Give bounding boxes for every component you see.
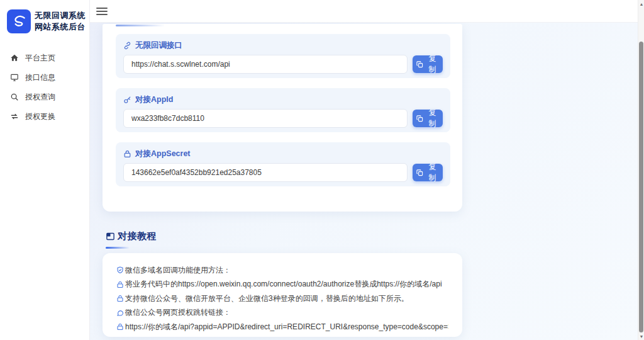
- sidebar-nav: 平台主页 接口信息 授权查询 授权更换: [0, 48, 89, 126]
- copy-icon: [416, 115, 423, 122]
- tutorial-line-text: 支持微信公众号、微信开放平台、企业微信3种登录的回调，替换后的地址如下所示。: [125, 293, 409, 304]
- tutorial-line: 微信公众号网页授权跳转链接：: [116, 306, 448, 320]
- sidebar-item-label: 平台主页: [25, 53, 55, 64]
- tutorial-line-text: 微信多域名回调功能使用方法：: [125, 265, 231, 276]
- field-label-row: 对接AppId: [123, 94, 443, 105]
- api-credentials-card: 无限回调接口 复制 对接AppId: [103, 24, 462, 212]
- copy-button-label: 复制: [426, 162, 439, 183]
- swap-icon: [10, 112, 19, 121]
- hamburger-icon[interactable]: [96, 8, 108, 15]
- field-callback-api: 无限回调接口 复制: [116, 34, 450, 78]
- lock-icon: [123, 150, 131, 158]
- tutorial-card: 微信多域名回调功能使用方法： 将业务代码中的https://open.weixi…: [103, 253, 462, 337]
- copy-icon: [416, 169, 423, 176]
- tutorial-title-underline: [106, 247, 130, 249]
- tutorial-line: 将业务代码中的https://open.weixin.qq.com/connec…: [116, 278, 448, 292]
- sidebar-item-auth-swap[interactable]: 授权更换: [0, 107, 89, 126]
- field-appsecret: 对接AppSecret 复制: [116, 142, 450, 186]
- copy-callback-api-button[interactable]: 复制: [413, 55, 443, 73]
- field-label: 对接AppId: [135, 94, 173, 105]
- sidebar-item-auth-query[interactable]: 授权查询: [0, 88, 89, 106]
- book-icon: [106, 232, 115, 241]
- sidebar-item-api-info[interactable]: 接口信息: [0, 68, 89, 87]
- tutorial-line: 支持微信公众号、微信开放平台、企业微信3种登录的回调，替换后的地址如下所示。: [116, 292, 448, 306]
- shield-check-icon: [116, 266, 124, 274]
- tutorial-title: 对接教程: [118, 230, 157, 242]
- app-title-line1: 无限回调系统: [35, 10, 86, 21]
- appsecret-input[interactable]: [123, 163, 408, 182]
- vertical-scrollbar[interactable]: ▲ ▼: [638, 0, 644, 340]
- app-window: 无限回调系统 网站系统后台 平台主页 接口信息 授权查询: [0, 0, 644, 340]
- copy-icon: [416, 61, 423, 68]
- field-appid: 对接AppId 复制: [116, 88, 450, 132]
- monitor-icon: [10, 73, 19, 82]
- scrollbar-up-arrow-icon[interactable]: ▲: [638, 0, 644, 8]
- main-content: 无限回调接口 复制 对接AppId: [90, 23, 638, 340]
- app-title: 无限回调系统 网站系统后台: [35, 10, 86, 32]
- tutorial-heading: 对接教程: [106, 230, 157, 242]
- scrollbar-thumb[interactable]: [639, 42, 643, 332]
- appid-input[interactable]: [123, 109, 408, 128]
- key-icon: [123, 96, 131, 104]
- copy-button-label: 复制: [426, 54, 439, 75]
- lock-icon: [116, 295, 124, 302]
- comment-icon: [116, 309, 124, 317]
- sidebar-item-platform-home[interactable]: 平台主页: [0, 48, 89, 67]
- top-header: [90, 0, 638, 23]
- sidebar-item-label: 授权查询: [25, 92, 55, 103]
- sidebar-item-label: 接口信息: [25, 72, 55, 83]
- field-label: 无限回调接口: [135, 40, 182, 51]
- copy-appsecret-button[interactable]: 复制: [413, 164, 443, 181]
- tutorial-line-text: 微信公众号网页授权跳转链接：: [125, 307, 231, 318]
- lock-icon: [116, 281, 124, 288]
- tutorial-line: https://你的域名/api?appid=APPID&redirect_ur…: [116, 320, 448, 334]
- swirl-s-logo-icon: [7, 9, 31, 33]
- field-label: 对接AppSecret: [135, 149, 191, 159]
- sidebar-item-label: 授权更换: [25, 111, 55, 122]
- tutorial-line-text: 将业务代码中的https://open.weixin.qq.com/connec…: [125, 279, 442, 290]
- search-icon: [10, 93, 19, 101]
- tutorial-line: 微信多域名回调功能使用方法：: [116, 263, 448, 278]
- copy-appid-button[interactable]: 复制: [413, 110, 443, 127]
- app-logo: 无限回调系统 网站系统后台: [0, 0, 89, 33]
- copy-button-label: 复制: [426, 108, 439, 129]
- field-label-row: 对接AppSecret: [123, 149, 443, 159]
- sidebar: 无限回调系统 网站系统后台 平台主页 接口信息 授权查询: [0, 0, 90, 340]
- link-icon: [123, 42, 131, 50]
- app-title-line2: 网站系统后台: [35, 21, 86, 33]
- lock-icon: [116, 323, 124, 331]
- scrolled-tab-underline: [116, 25, 165, 26]
- callback-api-input[interactable]: [123, 55, 408, 74]
- scrollbar-down-arrow-icon[interactable]: ▼: [638, 332, 644, 340]
- tutorial-line-text: https://你的域名/api?appid=APPID&redirect_ur…: [125, 322, 448, 332]
- home-icon: [10, 54, 19, 62]
- field-label-row: 无限回调接口: [123, 40, 443, 50]
